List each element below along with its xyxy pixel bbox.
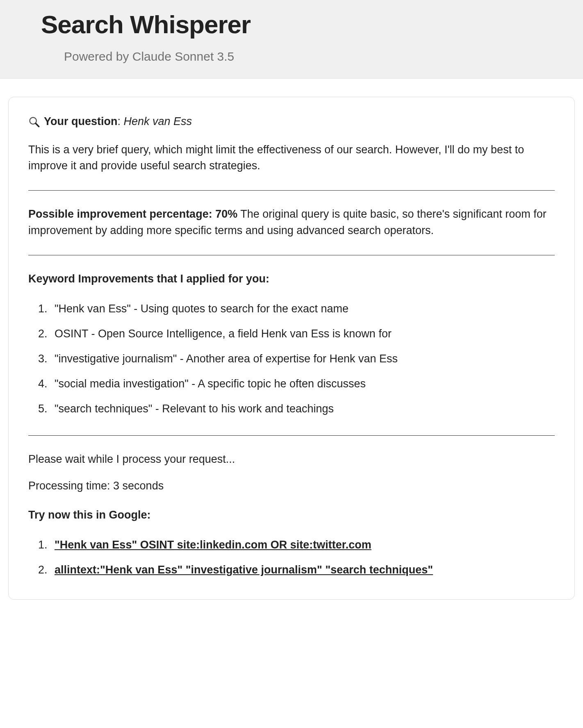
app-subtitle: Powered by Claude Sonnet 3.5 xyxy=(64,50,542,64)
search-query-link[interactable]: "Henk van Ess" OSINT site:linkedin.com O… xyxy=(55,539,371,551)
app-title: Search Whisperer xyxy=(41,10,542,39)
question-value: Henk van Ess xyxy=(124,115,192,127)
wait-text: Please wait while I process your request… xyxy=(28,451,555,467)
divider xyxy=(28,435,555,436)
question-label: Your question xyxy=(44,115,118,127)
improvement-label: Possible improvement percentage: 70% xyxy=(28,208,237,220)
improvement-paragraph: Possible improvement percentage: 70% The… xyxy=(28,206,555,238)
result-card: Your question: Henk van Ess This is a ve… xyxy=(8,97,575,600)
magnifier-icon xyxy=(28,116,40,127)
divider xyxy=(28,190,555,191)
list-item: allintext:"Henk van Ess" "investigative … xyxy=(50,562,555,578)
list-item: "investigative journalism" - Another are… xyxy=(50,351,555,367)
keywords-heading: Keyword Improvements that I applied for … xyxy=(28,271,555,287)
search-query-link[interactable]: allintext:"Henk van Ess" "investigative … xyxy=(55,564,433,576)
list-item: "search techniques" - Relevant to his wo… xyxy=(50,401,555,417)
app-header: Search Whisperer Powered by Claude Sonne… xyxy=(0,0,583,79)
list-item: "Henk van Ess" - Using quotes to search … xyxy=(50,301,555,317)
keywords-list: "Henk van Ess" - Using quotes to search … xyxy=(28,301,555,417)
intro-text: This is a very brief query, which might … xyxy=(28,142,555,174)
processing-time: Processing time: 3 seconds xyxy=(28,478,555,494)
question-line: Your question: Henk van Ess xyxy=(28,114,555,130)
list-item: "social media investigation" - A specifi… xyxy=(50,376,555,392)
list-item: OSINT - Open Source Intelligence, a fiel… xyxy=(50,326,555,342)
svg-line-1 xyxy=(36,123,39,127)
divider xyxy=(28,255,555,255)
try-list: "Henk van Ess" OSINT site:linkedin.com O… xyxy=(28,537,555,578)
list-item: "Henk van Ess" OSINT site:linkedin.com O… xyxy=(50,537,555,553)
try-heading: Try now this in Google: xyxy=(28,507,555,523)
